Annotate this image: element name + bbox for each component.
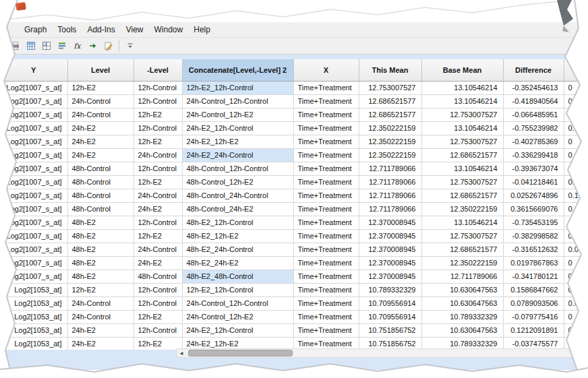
cell-concat-level[interactable]: 24h-E2_12h-E2 — [182, 135, 293, 148]
cell-x[interactable]: Time+Treatment — [293, 189, 359, 202]
menu-item-graph[interactable]: Graph — [19, 24, 52, 36]
cell-difference[interactable]: -0.079775416 — [503, 310, 564, 323]
cell-this-mean[interactable]: 12.370008945 — [359, 229, 421, 243]
cell-difference[interactable]: -0.352454613 — [503, 81, 564, 94]
column-header-base-mean[interactable]: Base Mean — [421, 59, 503, 81]
cell-level[interactable]: 24h-E2 — [67, 135, 134, 148]
cell-level[interactable]: 48h-E2 — [67, 216, 134, 229]
horizontal-scrollbar[interactable]: ◄ — [177, 348, 575, 358]
cell-y[interactable]: Log2[1007_s_at] — [0, 135, 67, 148]
cell-y[interactable]: Log2[1053_at] — [0, 323, 67, 337]
cell-partial[interactable]: 0 — [564, 229, 588, 243]
cell-partial[interactable]: 0 — [564, 162, 588, 175]
cell-x[interactable]: Time+Treatment — [293, 256, 359, 270]
cell-level[interactable]: 12h-E2 — [67, 283, 134, 296]
run-script-button[interactable] — [86, 39, 100, 53]
cell-base-mean[interactable]: 13.10546214 — [421, 81, 503, 94]
print-button[interactable] — [8, 39, 22, 53]
cell-concat-level[interactable]: 48h-E2_24h-Control — [182, 243, 293, 256]
cell-this-mean[interactable]: 12.370008945 — [359, 256, 421, 270]
cell-difference[interactable]: 0.0197867863 — [503, 256, 564, 270]
cell-partial[interactable]: 0.0 — [564, 121, 588, 135]
cell-x[interactable]: Time+Treatment — [293, 229, 359, 243]
cell-concat-level[interactable]: 48h-Control_24h-Control — [182, 189, 293, 202]
cell-difference[interactable]: 0.1212091891 — [503, 323, 564, 337]
cell-x[interactable]: Time+Treatment — [293, 81, 359, 94]
cell-y[interactable]: Log2[1007_s_at] — [0, 202, 67, 216]
cell-y[interactable]: Log2[1007_s_at] — [0, 229, 67, 243]
cell-base-mean[interactable]: 12.753007527 — [421, 108, 503, 121]
column-header-difference[interactable]: Difference — [503, 59, 564, 81]
cell-level[interactable]: 48h-Control — [67, 202, 134, 216]
cell-partial[interactable]: 0.1 — [564, 189, 588, 202]
cell-base-mean[interactable]: 12.753007527 — [421, 175, 503, 189]
cell-y[interactable]: Log2[1007_s_at] — [0, 175, 67, 189]
cell-partial[interactable]: 0.0 — [564, 202, 588, 216]
cell-concat-level[interactable]: 48h-E2_48h-Control — [182, 270, 293, 283]
cell-difference[interactable]: 0.3615669076 — [503, 202, 564, 216]
more-tools-button[interactable] — [123, 39, 137, 53]
cell-base-mean[interactable]: 12.753007527 — [421, 229, 503, 243]
cell-level[interactable]: 24h-E2 — [67, 337, 134, 350]
cell-this-mean[interactable]: 12.370008945 — [359, 216, 421, 229]
cell-neg-level[interactable]: 12h-Control — [134, 283, 182, 296]
cell-base-mean[interactable]: 13.10546214 — [421, 94, 503, 108]
cell-difference[interactable]: -0.735453195 — [503, 216, 564, 229]
cell-difference[interactable]: -0.336299418 — [503, 148, 564, 162]
cell-y[interactable]: Log2[1007_s_at] — [0, 81, 67, 94]
cell-concat-level[interactable]: 24h-Control_12h-E2 — [182, 108, 293, 121]
cell-this-mean[interactable]: 12.350222159 — [359, 135, 421, 148]
cell-y[interactable]: Log2[1053_at] — [0, 283, 67, 296]
cell-x[interactable]: Time+Treatment — [293, 108, 359, 121]
cell-neg-level[interactable]: 12h-E2 — [134, 229, 182, 243]
cell-x[interactable]: Time+Treatment — [293, 175, 359, 189]
cell-concat-level[interactable]: 12h-E2_12h-Control — [182, 81, 293, 94]
cell-level[interactable]: 24h-Control — [67, 310, 134, 323]
cell-y[interactable]: Log2[1007_s_at] — [0, 216, 67, 229]
cell-partial[interactable]: 0 — [564, 148, 588, 162]
menu-item-add-ins[interactable]: Add-Ins — [82, 24, 120, 36]
cell-difference[interactable]: -0.382998582 — [503, 229, 564, 243]
cell-this-mean[interactable]: 12.686521577 — [359, 94, 421, 108]
cell-neg-level[interactable]: 12h-Control — [134, 94, 182, 108]
cell-this-mean[interactable]: 10.709556914 — [359, 310, 421, 323]
cell-base-mean[interactable]: 10.789332329 — [421, 310, 503, 323]
cell-difference[interactable]: -0.066485951 — [503, 108, 564, 121]
column-header-level[interactable]: Level — [67, 59, 134, 81]
cell-difference[interactable]: -0.341780121 — [503, 270, 564, 283]
cell-concat-level[interactable]: 24h-E2_12h-Control — [182, 121, 293, 135]
cell-partial[interactable]: 0.0 — [564, 296, 588, 310]
cell-neg-level[interactable]: 12h-Control — [134, 81, 182, 94]
cell-y[interactable]: Log2[1007_s_at] — [0, 162, 67, 175]
cell-this-mean[interactable]: 12.711789066 — [359, 202, 421, 216]
cell-neg-level[interactable]: 24h-E2 — [134, 256, 182, 270]
cell-x[interactable]: Time+Treatment — [293, 310, 359, 323]
cell-x[interactable]: Time+Treatment — [293, 148, 359, 162]
cell-concat-level[interactable]: 48h-E2_24h-E2 — [182, 256, 293, 270]
formula-editor-button[interactable]: fx — [70, 39, 84, 53]
cell-level[interactable]: 48h-E2 — [67, 229, 134, 243]
cell-base-mean[interactable]: 13.10546214 — [421, 162, 503, 175]
cell-neg-level[interactable]: 12h-E2 — [134, 310, 182, 323]
cell-neg-level[interactable]: 12h-Control — [134, 296, 182, 310]
cell-x[interactable]: Time+Treatment — [293, 270, 359, 283]
cell-this-mean[interactable]: 10.709556914 — [359, 296, 421, 310]
cell-neg-level[interactable]: 12h-Control — [134, 162, 182, 175]
menu-item-help[interactable]: Help — [188, 24, 216, 36]
cell-base-mean[interactable]: 12.350222159 — [421, 256, 503, 270]
cell-neg-level[interactable]: 12h-E2 — [134, 135, 182, 148]
cell-level[interactable]: 24h-Control — [67, 94, 134, 108]
cell-level[interactable]: 48h-Control — [67, 189, 134, 202]
cell-base-mean[interactable]: 12.686521577 — [421, 243, 503, 256]
column-header-y[interactable]: Y — [0, 59, 67, 81]
cell-this-mean[interactable]: 12.753007527 — [359, 81, 421, 94]
cell-neg-level[interactable]: 48h-Control — [134, 270, 182, 283]
cell-level[interactable]: 48h-Control — [67, 175, 134, 189]
cell-x[interactable]: Time+Treatment — [293, 94, 359, 108]
cell-base-mean[interactable]: 10.630647563 — [421, 283, 503, 296]
cell-x[interactable]: Time+Treatment — [293, 296, 359, 310]
cell-concat-level[interactable]: 48h-E2_12h-Control — [182, 216, 293, 229]
cell-partial[interactable]: 0.1 — [564, 283, 588, 296]
cell-level[interactable]: 48h-Control — [67, 162, 134, 175]
cell-base-mean[interactable]: 12.686521577 — [421, 148, 503, 162]
